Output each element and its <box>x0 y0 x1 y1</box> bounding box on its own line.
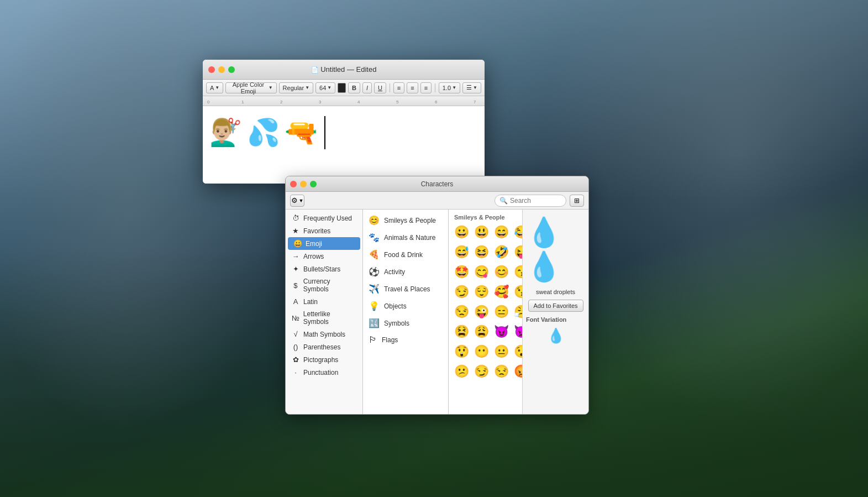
font-size-dropdown[interactable]: 64 ▼ <box>315 82 335 93</box>
category-animals-nature[interactable]: 🐾 Animals & Nature <box>363 229 448 246</box>
sidebar-item-bullets-stars[interactable]: ✦ Bullets/Stars <box>286 263 362 275</box>
emoji-cell[interactable]: 😒 <box>452 302 471 321</box>
sidebar-item-frequently-used[interactable]: ⏱ Frequently Used <box>286 212 362 224</box>
category-symbols[interactable]: 🔣 Symbols <box>363 315 448 332</box>
chevron-down-icon: ▼ <box>452 85 456 90</box>
category-flags[interactable]: 🏳 Flags <box>363 332 448 348</box>
emoji-cell[interactable]: 😄 <box>492 223 511 242</box>
detail-panel: 💧💧 sweat droplets Add to Favorites Font … <box>522 210 588 414</box>
emoji-cell[interactable]: 😜 <box>472 302 491 321</box>
format-button[interactable]: A ▼ <box>206 82 223 93</box>
sidebar-item-emoji[interactable]: 😀 Emoji <box>288 237 360 250</box>
emoji-cell[interactable]: 😶 <box>472 342 491 361</box>
emoji-cell[interactable]: 😩 <box>472 322 491 341</box>
text-editor-title: 📄 Untitled — Edited <box>311 65 377 74</box>
emoji-cell[interactable]: 😘 <box>512 282 522 301</box>
list-style-dropdown[interactable]: ☰ ▼ <box>462 82 481 93</box>
emoji-cell[interactable]: 😙 <box>512 263 522 281</box>
currency-icon: $ <box>291 281 300 290</box>
align-right-button[interactable]: ≡ <box>420 82 432 93</box>
sidebar-item-latin[interactable]: A Latin <box>286 295 362 308</box>
emoji-cell[interactable]: 😈 <box>492 322 511 341</box>
bold-button[interactable]: B <box>348 82 360 93</box>
category-activity[interactable]: ⚽ Activity <box>363 263 448 280</box>
sidebar-item-letterlike[interactable]: № Letterlike Symbols <box>286 308 362 328</box>
view-toggle-button[interactable]: ⊞ <box>570 195 584 207</box>
maximize-button[interactable] <box>228 66 235 73</box>
emoji-cell[interactable]: 😅 <box>452 243 471 261</box>
sidebar-item-currency[interactable]: $ Currency Symbols <box>286 275 362 295</box>
chars-maximize-button[interactable] <box>310 181 317 187</box>
line-spacing-dropdown[interactable]: 1.0 ▼ <box>439 82 460 93</box>
ruler: 0 1 2 3 4 5 6 7 <box>203 96 485 106</box>
sidebar-item-pictographs[interactable]: ✿ Pictographs <box>286 353 362 366</box>
emoji-cell[interactable]: 👿 <box>512 322 522 341</box>
characters-panel: Characters ⚙ ▼ 🔍 ⊞ ⏱ Frequently Used ★ <box>285 176 589 415</box>
emoji-cell[interactable]: 😯 <box>512 342 522 361</box>
emoji-grid: 😀 😃 😄 😂 😅 😆 🤣 😝 🤩 😋 😊 😙 😏 😌 🥰 😘 😒 😜 😑 <box>451 222 520 382</box>
emoji-cell[interactable]: 😌 <box>472 282 491 301</box>
sidebar-item-math[interactable]: √ Math Symbols <box>286 328 362 341</box>
flags-icon: 🏳 <box>369 335 377 345</box>
emoji-cell[interactable]: 😏 <box>452 282 471 301</box>
bullet-icon: ✦ <box>291 265 300 273</box>
emoji-cell[interactable]: 😀 <box>452 223 471 242</box>
align-left-button[interactable]: ≡ <box>393 82 404 93</box>
font-name-dropdown[interactable]: Apple Color Emoji ▼ <box>225 82 276 93</box>
sidebar-item-favorites[interactable]: ★ Favorites <box>286 224 362 237</box>
emoji-cell[interactable]: 😆 <box>472 243 491 261</box>
sidebar-item-parentheses[interactable]: () Parentheses <box>286 341 362 353</box>
text-editor-toolbar: A ▼ Apple Color Emoji ▼ Regular ▼ 64 ▼ B… <box>203 80 485 96</box>
add-to-favorites-button[interactable]: Add to Favorites <box>528 300 583 312</box>
emoji-name: sweat droplets <box>536 289 575 295</box>
gear-button[interactable]: ⚙ ▼ <box>290 195 304 207</box>
sidebar-item-punctuation[interactable]: · Punctuation <box>286 366 362 379</box>
emoji-cell[interactable]: 😋 <box>472 263 491 281</box>
emoji-cell[interactable]: 😝 <box>512 243 522 261</box>
sidebar-item-arrows[interactable]: → Arrows <box>286 250 362 263</box>
chevron-down-icon: ▼ <box>269 85 273 90</box>
window-controls <box>208 66 235 73</box>
text-color-swatch[interactable] <box>338 83 346 93</box>
minimize-button[interactable] <box>218 66 225 73</box>
italic-button[interactable]: I <box>362 82 372 93</box>
toolbar-separator-2 <box>435 83 435 92</box>
emoji-cell[interactable]: 😕 <box>452 362 471 381</box>
chevron-down-icon: ▼ <box>473 85 477 90</box>
font-style-dropdown[interactable]: Regular ▼ <box>279 82 313 93</box>
emoji-cell[interactable]: 🤣 <box>492 243 511 261</box>
category-food-drink[interactable]: 🍕 Food & Drink <box>363 246 448 263</box>
ruler-mark-0: 0 <box>207 100 209 104</box>
emoji-cell[interactable]: 😑 <box>492 302 511 321</box>
text-editor-content[interactable]: 💇🏼‍♂️ 💦 🔫 <box>203 106 485 184</box>
search-box[interactable]: 🔍 <box>495 195 566 207</box>
emoji-cell[interactable]: 😃 <box>472 223 491 242</box>
emoji-cell[interactable]: 😊 <box>492 263 511 281</box>
emoji-cell[interactable]: 😐 <box>492 342 511 361</box>
emoji-cell[interactable]: 😏 <box>472 362 491 381</box>
emoji-cell[interactable]: 🥰 <box>492 282 511 301</box>
emoji-cell[interactable]: 😫 <box>452 322 471 341</box>
emoji-cell[interactable]: 😡 <box>512 362 522 381</box>
emoji-cell[interactable]: 😒 <box>492 362 511 381</box>
emoji-cell[interactable]: 🤩 <box>452 263 471 281</box>
emoji-cell[interactable]: 😤 <box>512 302 522 321</box>
emoji-cell[interactable]: 😲 <box>452 342 471 361</box>
emoji-hairdresser: 💇🏼‍♂️ <box>209 119 243 146</box>
clock-icon: ⏱ <box>291 214 300 222</box>
underline-button[interactable]: U <box>374 82 386 93</box>
ruler-mark-5: 5 <box>396 100 398 104</box>
align-center-button[interactable]: ≡ <box>407 82 418 93</box>
chevron-down-icon: ▼ <box>305 85 309 90</box>
close-button[interactable] <box>208 66 215 73</box>
text-editor-titlebar: 📄 Untitled — Edited <box>203 60 485 80</box>
search-input[interactable] <box>510 197 554 205</box>
chars-close-button[interactable] <box>290 181 297 187</box>
food-icon: 🍕 <box>369 249 380 260</box>
category-smileys-people[interactable]: 😊 Smileys & People <box>363 212 448 229</box>
category-objects[interactable]: 💡 Objects <box>363 297 448 315</box>
emoji-cell[interactable]: 😂 <box>512 223 522 242</box>
category-travel-places[interactable]: ✈️ Travel & Places <box>363 280 448 297</box>
text-editor-window: 📄 Untitled — Edited A ▼ Apple Color Emoj… <box>203 60 485 184</box>
chars-minimize-button[interactable] <box>300 181 307 187</box>
